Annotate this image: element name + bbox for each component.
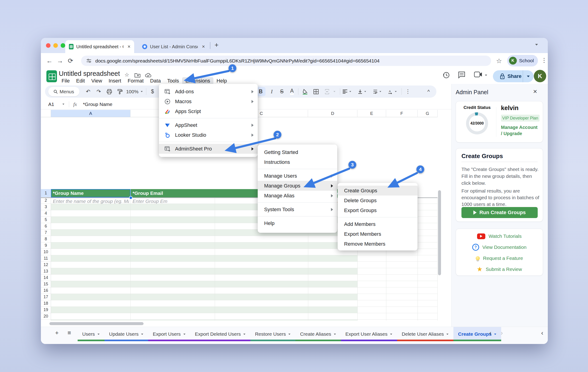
menu-item-looker-studio[interactable]: Looker Studio	[159, 130, 258, 140]
minimize-window-button[interactable]	[53, 43, 58, 48]
sheet-tab-menu-icon[interactable]	[494, 333, 496, 335]
italic-button[interactable]: I	[267, 85, 277, 98]
menu-item-manage-alias[interactable]: Manage Alias	[258, 191, 337, 201]
link-submit-a-review[interactable]: ★Submit a Review	[456, 264, 543, 275]
sheet-tab-menu-icon[interactable]	[183, 333, 185, 335]
menu-item-apps-script[interactable]: Apps Script	[159, 106, 258, 116]
appmenu-view[interactable]: View	[88, 77, 105, 85]
link-request-a-feature[interactable]: Request a Feature	[456, 253, 543, 264]
browser-tab-spreadsheet[interactable]: Untitled spreadsheet - Googl ×	[65, 40, 134, 53]
menu-item-appsheet[interactable]: AppSheet	[159, 120, 258, 130]
account-avatar[interactable]: K	[534, 70, 546, 82]
fill-color-icon[interactable]	[300, 85, 310, 98]
menu-item-manage-users[interactable]: Manage Users	[258, 171, 337, 181]
close-panel-icon[interactable]: ×	[533, 87, 537, 95]
reload-icon[interactable]: ⟳	[65, 57, 76, 64]
menu-item-delete-groups[interactable]: Delete Groups	[338, 196, 418, 205]
cloud-status-icon[interactable]	[145, 73, 152, 78]
sheet-tab-menu-icon[interactable]	[334, 333, 336, 335]
name-box[interactable]: A1	[48, 102, 62, 107]
row-header-12[interactable]: 12	[41, 262, 51, 268]
appmenu-data[interactable]: Data	[147, 77, 164, 85]
row-header-7[interactable]: 7	[41, 230, 51, 236]
row-header-21[interactable]: 21	[41, 320, 51, 320]
panel-collapse-icon[interactable]: ‹	[541, 329, 543, 337]
menu-item-instructions[interactable]: Instructions	[258, 157, 337, 167]
site-settings-icon[interactable]	[86, 58, 92, 64]
comment-icon[interactable]	[458, 71, 465, 79]
run-create-groups-button[interactable]: Run Create Groups	[462, 207, 538, 218]
text-color-button[interactable]: A	[287, 85, 297, 98]
sheet-row-14[interactable]	[51, 275, 438, 281]
close-window-button[interactable]	[46, 43, 51, 48]
row-header-20[interactable]: 20	[41, 313, 51, 320]
version-history-icon[interactable]	[442, 71, 450, 79]
document-title[interactable]: Untitled spreadsheet	[59, 70, 120, 77]
sheet-tab-update-users[interactable]: Update Users	[105, 327, 148, 341]
strikethrough-button[interactable]: S	[277, 85, 287, 98]
row-header-2[interactable]: 2	[41, 197, 51, 204]
text-wrap-icon[interactable]	[372, 85, 383, 98]
name-box-dropdown-icon[interactable]	[63, 104, 64, 105]
meet-camera-icon[interactable]	[474, 71, 482, 78]
meet-dropdown-icon[interactable]	[485, 74, 487, 76]
menu-item-add-members[interactable]: Add Members	[338, 219, 418, 229]
sheet-row-11[interactable]	[51, 255, 438, 262]
row-header-19[interactable]: 19	[41, 307, 51, 313]
menu-item-manage-groups[interactable]: Manage Groups	[258, 181, 337, 191]
star-document-icon[interactable]: ☆	[125, 72, 129, 78]
row-header-18[interactable]: 18	[41, 300, 51, 307]
sheet-row-12[interactable]	[51, 262, 438, 268]
sheet-tab-users[interactable]: Users	[78, 327, 105, 341]
manage-account-link[interactable]: Manage Account / Upgrade	[501, 124, 540, 137]
appmenu-help[interactable]: Help	[213, 77, 230, 85]
sheet-tab-export-users[interactable]: Export Users	[148, 327, 190, 341]
sheet-tab-menu-icon[interactable]	[97, 333, 99, 335]
row-header-9[interactable]: 9	[41, 242, 51, 249]
cell-b2[interactable]: Enter Group Em	[133, 199, 213, 204]
vertical-align-icon[interactable]	[357, 85, 368, 98]
sheet-tab-create-groups[interactable]: Create Groups	[453, 327, 501, 341]
selection-fill-handle[interactable]	[129, 196, 133, 200]
browser-menu-icon[interactable]: ⋮	[541, 57, 547, 64]
sheet-tab-menu-icon[interactable]	[141, 333, 143, 335]
back-icon[interactable]: ←	[44, 57, 55, 64]
menu-item-export-members[interactable]: Export Members	[338, 229, 418, 239]
menu-item-export-groups[interactable]: Export Groups	[338, 205, 418, 215]
horizontal-scrollbar[interactable]	[49, 322, 144, 325]
appmenu-insert[interactable]: Insert	[105, 77, 125, 85]
appmenu-extensions[interactable]: Extensions	[182, 77, 213, 85]
column-header-f[interactable]: F	[386, 110, 418, 117]
vertical-scrollbar[interactable]	[438, 190, 441, 275]
sheet-tab-delete-user-aliases[interactable]: Delete User Aliases	[397, 327, 453, 341]
sheet-row-16[interactable]	[51, 287, 438, 294]
share-dropdown-icon[interactable]	[523, 70, 534, 82]
row-header-4[interactable]: 4	[41, 210, 51, 217]
row-header-8[interactable]: 8	[41, 236, 51, 242]
borders-icon[interactable]	[311, 85, 321, 98]
link-view-documentation[interactable]: ?View Documentation	[456, 242, 543, 253]
sheet-row-19[interactable]	[51, 307, 438, 313]
collapse-toolbar-icon[interactable]: ^	[424, 85, 434, 98]
sheet-tab-menu-icon[interactable]	[243, 333, 246, 335]
sheet-tab-export-user-aliases[interactable]: Export User Aliases	[341, 327, 397, 341]
all-sheets-icon[interactable]: ≡	[68, 329, 71, 336]
row-header-15[interactable]: 15	[41, 281, 51, 287]
menu-item-add-ons[interactable]: Add-ons	[159, 87, 258, 96]
row-header-16[interactable]: 16	[41, 287, 51, 294]
menu-item-help[interactable]: Help	[258, 218, 337, 228]
sheet-tab-menu-icon[interactable]	[288, 333, 291, 335]
sheet-row-21[interactable]	[51, 320, 438, 320]
menu-item-system-tools[interactable]: System Tools	[258, 204, 337, 214]
sheets-logo-icon[interactable]	[46, 70, 57, 82]
row-header-3[interactable]: 3	[41, 204, 51, 210]
more-toolbar-icon[interactable]: ⋮	[403, 85, 412, 98]
menus-search-button[interactable]: Menus	[48, 87, 79, 96]
row-header-17[interactable]: 17	[41, 294, 51, 300]
text-rotation-icon[interactable]: A	[387, 85, 398, 98]
format-currency-button[interactable]: $	[148, 85, 157, 98]
add-sheet-icon[interactable]: +	[55, 329, 59, 336]
zoom-select[interactable]: 100%	[126, 85, 143, 98]
menu-item-adminsheet-pro[interactable]: AdminSheet Pro	[159, 144, 258, 154]
zoom-window-button[interactable]	[61, 43, 65, 48]
